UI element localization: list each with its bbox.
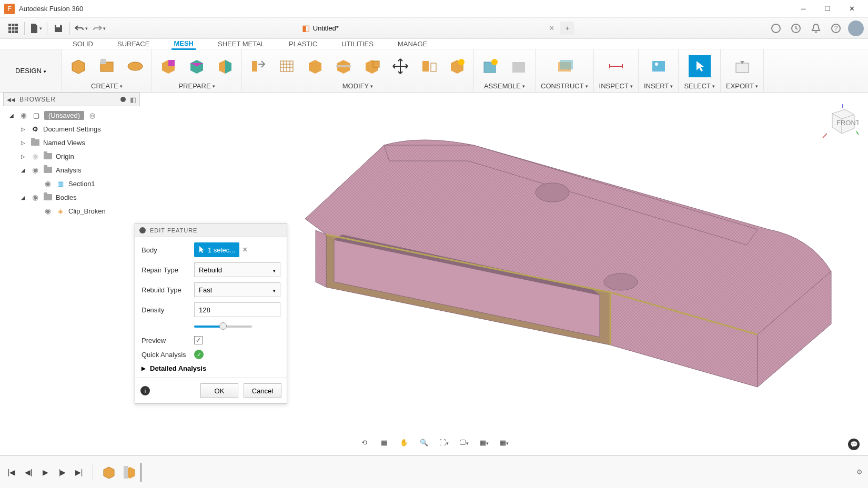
joint-button[interactable] [508, 55, 530, 77]
help-button[interactable]: ? [828, 21, 844, 36]
user-avatar[interactable] [848, 21, 864, 36]
tab-plastic[interactable]: PLASTIC [287, 39, 319, 49]
move-copy-button[interactable] [389, 55, 411, 77]
tab-surface[interactable]: SURFACE [115, 39, 152, 49]
fit-button[interactable]: ⛶ [437, 435, 451, 449]
redo-button[interactable] [90, 19, 108, 37]
tab-mesh[interactable]: MESH [171, 38, 196, 50]
tab-solid[interactable]: SOLID [70, 39, 95, 49]
job-status-button[interactable] [788, 21, 804, 36]
mesh-model[interactable] [284, 114, 842, 408]
select-button[interactable] [689, 55, 711, 77]
timeline-feature-repair[interactable] [122, 464, 138, 481]
zoom-button[interactable]: 🔍 [417, 435, 431, 449]
remesh-button[interactable] [276, 55, 298, 77]
timeline-marker[interactable] [140, 463, 142, 482]
tree-document-settings[interactable]: ▷ ⚙ Document Settings [3, 122, 140, 136]
new-tab-button[interactable]: + [560, 22, 574, 35]
tree-named-views[interactable]: ▷ Named Views [3, 136, 140, 149]
close-tab-button[interactable]: × [549, 24, 554, 33]
convert-mesh-button[interactable] [446, 55, 468, 77]
timeline: |◀ ◀| ▶ |▶ ▶| ⚙ [0, 455, 868, 488]
insert-mesh-button[interactable] [67, 55, 89, 77]
plane-cut-button[interactable] [332, 55, 355, 77]
tab-sheet-metal[interactable]: SHEET METAL [216, 39, 267, 49]
feedback-button[interactable]: 💬 [848, 439, 860, 450]
ok-button[interactable]: OK [200, 383, 238, 398]
generate-face-groups-button[interactable] [186, 55, 208, 77]
minimize-button[interactable]: ─ [791, 1, 815, 17]
timeline-feature-insert-mesh[interactable] [100, 464, 117, 481]
create-mesh-section-button[interactable] [124, 55, 146, 77]
direct-edit-button[interactable] [247, 55, 269, 77]
rebuild-type-select[interactable]: Fast [194, 282, 280, 297]
svg-point-26 [491, 59, 498, 65]
look-at-button[interactable]: ▦ [377, 435, 391, 449]
measure-button[interactable] [605, 55, 627, 77]
visibility-toggle[interactable]: ◉ [31, 152, 40, 160]
repair-type-select[interactable]: Rebuild [194, 262, 280, 277]
browser-settings-icon[interactable] [120, 97, 126, 102]
view-cube[interactable]: FRONT [822, 104, 859, 141]
undo-button[interactable] [72, 19, 90, 37]
density-slider[interactable] [194, 322, 252, 330]
combine-face-groups-button[interactable] [214, 55, 236, 77]
file-tab[interactable]: ◧ Untitled* × + [296, 18, 580, 39]
viewport-layouts-button[interactable]: ▦ [497, 435, 511, 449]
radio-icon[interactable]: ◎ [89, 111, 95, 119]
browser-pin-icon[interactable]: ◧ [130, 96, 136, 104]
maximize-button[interactable]: ☐ [815, 1, 840, 17]
display-settings-button[interactable]: 🖵 [457, 435, 471, 449]
visibility-toggle[interactable]: ◉ [43, 207, 53, 215]
new-component-button[interactable] [479, 55, 501, 77]
data-panel-button[interactable] [4, 19, 22, 37]
browser-collapse-button[interactable]: ◀◀ [7, 97, 15, 103]
timeline-start-button[interactable]: |◀ [5, 466, 18, 479]
construct-button[interactable] [553, 55, 576, 77]
tree-section1[interactable]: ◉ ▥ Section1 [3, 177, 140, 190]
pan-button[interactable]: ✋ [397, 435, 411, 449]
cancel-button[interactable]: Cancel [244, 383, 281, 398]
dialog-info-button[interactable]: i [140, 386, 150, 395]
gear-icon: ⚙ [31, 125, 40, 133]
visibility-toggle[interactable]: ◉ [19, 111, 28, 119]
orbit-button[interactable]: ⟲ [357, 435, 371, 449]
timeline-step-forward-button[interactable]: |▶ [56, 466, 68, 479]
preview-checkbox[interactable]: ✓ [194, 336, 203, 344]
density-input[interactable] [194, 302, 280, 317]
timeline-end-button[interactable]: ▶| [73, 466, 85, 479]
timeline-settings-button[interactable]: ⚙ [856, 468, 863, 476]
insert-button[interactable] [648, 55, 670, 77]
scale-mesh-button[interactable] [418, 55, 440, 77]
visibility-toggle[interactable]: ◉ [31, 193, 40, 201]
tree-bodies[interactable]: ◢ ◉ Bodies [3, 190, 140, 204]
visibility-toggle[interactable]: ◉ [43, 179, 53, 188]
grid-settings-button[interactable]: ▦ [477, 435, 491, 449]
tab-utilities[interactable]: UTILITIES [339, 39, 376, 49]
visibility-toggle[interactable]: ◉ [31, 166, 40, 174]
file-menu-button[interactable] [27, 19, 45, 37]
clear-selection-button[interactable]: × [243, 245, 247, 255]
tree-clip-broken[interactable]: ◉ ◈ Clip_Broken [3, 204, 140, 218]
tree-origin[interactable]: ▷ ◉ Origin [3, 149, 140, 163]
timeline-play-button[interactable]: ▶ [39, 466, 52, 479]
svg-rect-2 [15, 24, 18, 26]
save-button[interactable] [49, 19, 67, 37]
tree-analysis[interactable]: ◢ ◉ Analysis [3, 163, 140, 177]
repair-button[interactable] [157, 55, 179, 77]
extensions-button[interactable] [768, 21, 784, 36]
shell-button[interactable] [361, 55, 383, 77]
export-button[interactable] [731, 55, 753, 77]
tab-manage[interactable]: MANAGE [396, 39, 429, 49]
close-button[interactable]: ✕ [840, 1, 864, 17]
tree-root[interactable]: ◢ ◉ ▢ (Unsaved) ◎ [3, 108, 140, 122]
tessellate-button[interactable] [96, 55, 118, 77]
svg-rect-28 [519, 62, 525, 73]
body-selection[interactable]: 1 selec... [194, 242, 239, 257]
workspace-selector[interactable]: DESIGN [0, 49, 62, 92]
dialog-collapse-icon[interactable] [139, 227, 146, 233]
reduce-button[interactable] [304, 55, 326, 77]
timeline-step-back-button[interactable]: ◀| [22, 466, 35, 479]
detailed-analysis-toggle[interactable]: ▶ Detailed Analysis [142, 364, 280, 372]
notifications-button[interactable] [808, 21, 824, 36]
